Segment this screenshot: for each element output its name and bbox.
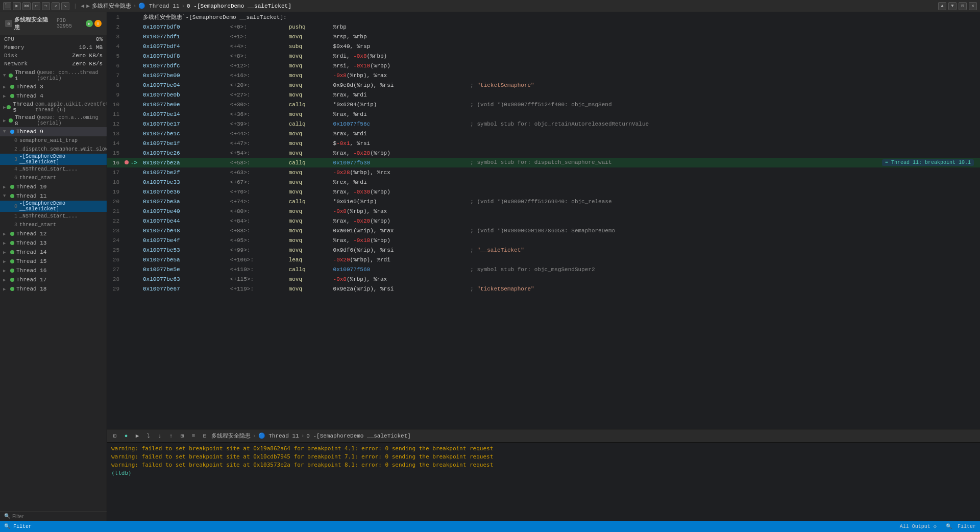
console-step-out-btn[interactable]: ↑ [166, 431, 176, 441]
bullet-t5 [7, 105, 11, 109]
thread-1[interactable]: ▼ Thread 1 Queue: com....thread (serial) [0, 69, 107, 82]
bullet-t8 [9, 118, 13, 123]
thread-14[interactable]: ▶ Thread 14 [0, 248, 107, 257]
bp-cell-1 [124, 12, 130, 22]
console-step-over-btn[interactable]: ⤵ [144, 431, 153, 441]
line-num-1: 1 [107, 12, 124, 22]
thread-10[interactable]: ▶ Thread 10 [0, 182, 107, 191]
sidebar-filter-bar: 🔍 [0, 511, 107, 521]
console-btn-7[interactable]: ⊞ [178, 431, 187, 441]
breadcrumb-thread[interactable]: 🔵 Thread 11 [138, 3, 179, 9]
toolbar-btn-2[interactable]: ▶ [13, 2, 21, 10]
breadcrumb-process[interactable]: 多线程安全隐患 [92, 2, 131, 10]
thread-9[interactable]: ▼ Thread 9 [0, 127, 107, 136]
toolbar-btn-4[interactable]: ↩ [32, 2, 40, 10]
expand-icon-t3: ▶ [3, 84, 9, 90]
bullet-t4 [10, 94, 14, 98]
filter-icon-bottom: 🔍 [4, 523, 10, 529]
bullet-t18 [10, 287, 14, 291]
code-row-25: 25 0x10077be53 <+99>: movq 0x9df6(%rip),… [107, 245, 980, 255]
top-right-btn-1[interactable]: ▲ [938, 2, 946, 10]
code-row-13: 13 0x10077be1c <+44>: movq %rax, %rdi [107, 129, 980, 138]
thread-8[interactable]: ▶ Thread 8 Queue: com.a...oming (serial) [0, 114, 107, 127]
toolbar-btn-7[interactable]: ↘ [61, 2, 69, 10]
process-icon: ⚙ [5, 20, 12, 27]
thread-12[interactable]: ▶ Thread 12 [0, 229, 107, 238]
filter-label-bottom[interactable]: Filter [13, 524, 32, 529]
thread-17-label: Thread 17 [16, 277, 46, 283]
thread-15[interactable]: ▶ Thread 15 [0, 257, 107, 266]
bottom-bar: 🔍 Filter All Output ◇ 🔍 Filter [0, 521, 980, 532]
arrow-cell-1 [130, 12, 141, 22]
console-step-in-btn[interactable]: ↓ [155, 431, 164, 441]
toolbar-icons: ⬛ ▶ ⏭ ↩ ↪ ↗ ↘ [3, 2, 69, 10]
thread-15-label: Thread 15 [16, 258, 46, 264]
thread-12-label: Thread 12 [16, 231, 46, 237]
bullet-t9 [10, 130, 14, 134]
bullet-t11 [10, 194, 14, 198]
thread-9-frame-2[interactable]: 2 _dispatch_semaphore_wait_slow [0, 145, 107, 154]
sidebar: ⚙ 多线程安全隐患 PID 32955 ▶ ⏸ CPU 0% Memory 10… [0, 12, 107, 521]
expand-icon-t12: ▶ [3, 231, 9, 237]
thread-4[interactable]: ▶ Thread 4 [0, 91, 107, 101]
toolbar-btn-6[interactable]: ↗ [52, 2, 60, 10]
thread-18-label: Thread 18 [16, 286, 46, 292]
breadcrumb-frame[interactable]: 0 -[SemaphoreDemo __saleTicket] [187, 3, 291, 9]
expand-icon-t18: ▶ [3, 286, 9, 292]
filter-icon-right: 🔍 [946, 524, 952, 529]
console-btn-8[interactable]: ≡ [189, 431, 198, 441]
thread-3[interactable]: ▶ Thread 3 [0, 82, 107, 91]
bullet-t10 [10, 185, 14, 189]
sidebar-filter-input[interactable] [12, 514, 103, 519]
thread-13[interactable]: ▶ Thread 13 [0, 238, 107, 248]
code-row-27: 27 0x10077be5e <+110>: callq 0x10077f560… [107, 264, 980, 274]
thread-18[interactable]: ▶ Thread 18 [0, 284, 107, 294]
console-btn-2[interactable]: ● [121, 431, 131, 441]
expand-icon-t15: ▶ [3, 259, 9, 264]
code-row-5: 5 0x10077bdf8 <+8>: movq %rdi, -0x8(%rbp… [107, 51, 980, 61]
top-right-btn-3[interactable]: ⊡ [959, 2, 967, 10]
nav-back[interactable]: ◀ [81, 3, 85, 9]
thread-1-queue: Queue: com....thread (serial) [37, 70, 104, 81]
thread-9-frame-3[interactable]: 3 -[SemaphoreDemo __saleTicket] [0, 154, 107, 165]
toolbar-btn-5[interactable]: ↪ [42, 2, 50, 10]
top-right-btn-2[interactable]: ▼ [948, 2, 957, 10]
thread-17[interactable]: ▶ Thread 17 [0, 275, 107, 284]
thread-9-frame-4[interactable]: 4 _NSThread_start_... [0, 165, 107, 174]
thread-11-frame-1[interactable]: 1 _NSThread_start_... [0, 212, 107, 221]
filter-right-label[interactable]: Filter [958, 524, 976, 529]
console-clear-btn[interactable]: ⊡ [110, 431, 119, 441]
process-btn-pause[interactable]: ⏸ [94, 20, 102, 27]
process-btn-run[interactable]: ▶ [86, 20, 93, 27]
disk-value: Zero KB/s [72, 53, 103, 59]
thread-11-frame-0[interactable]: 0 -[SemaphoreDemo __saleTicket] [0, 201, 107, 212]
console-bc-frame: 0 -[SemaphoreDemo __saleTicket] [306, 433, 411, 439]
thread-9-frame-0[interactable]: 0 semaphore_wait_trap [0, 136, 107, 145]
code-row-2: 2 0x10077bdf0 <+0>: pushq %rbp [107, 22, 980, 32]
memory-value: 10.1 MB [79, 44, 103, 51]
thread-list: ▼ Thread 1 Queue: com....thread (serial)… [0, 68, 107, 295]
console-btn-9[interactable]: ⊟ [200, 431, 209, 441]
top-right-btn-4[interactable]: ✕ [969, 2, 977, 10]
code-scroll[interactable]: 1 多线程安全隐患`-[SemaphoreDemo __saleTicket]:… [107, 12, 980, 429]
toolbar-btn-1[interactable]: ⬛ [3, 2, 11, 10]
thread-11[interactable]: ▼ Thread 11 [0, 191, 107, 201]
console-bc-thread: 🔵 Thread 11 [258, 432, 299, 439]
code-row-24: 24 0x10077be4f <+95>: movq %rax, -0x18(%… [107, 235, 980, 245]
thread-9-frame-6[interactable]: 6 thread_start [0, 174, 107, 182]
expand-icon-t1: ▼ [3, 73, 8, 78]
code-row-22: 22 0x10077be44 <+84>: movq %rax, -0x20(%… [107, 216, 980, 226]
console-play-btn[interactable]: ▶ [133, 431, 142, 441]
top-bar: ⬛ ▶ ⏭ ↩ ↪ ↗ ↘ | ◀ ▶ 多线程安全隐患 › 🔵 Thread 1… [0, 0, 980, 12]
toolbar-btn-3[interactable]: ⏭ [22, 2, 31, 10]
thread-8-label: Thread 8 [15, 114, 35, 127]
process-name: 多线程安全隐患 [14, 16, 53, 31]
expand-icon-t16: ▶ [3, 268, 9, 274]
bullet-t16 [10, 269, 14, 273]
thread-5[interactable]: ▶ Thread 5 com.apple.uikit.eventfetch-th… [0, 101, 107, 114]
thread-11-frame-3[interactable]: 3 thread_start [0, 221, 107, 229]
nav-fwd[interactable]: ▶ [86, 3, 90, 9]
thread-16[interactable]: ▶ Thread 16 [0, 266, 107, 275]
stat-cpu: CPU 0% [0, 35, 107, 43]
thread-5-label: Thread 5 [13, 101, 33, 113]
